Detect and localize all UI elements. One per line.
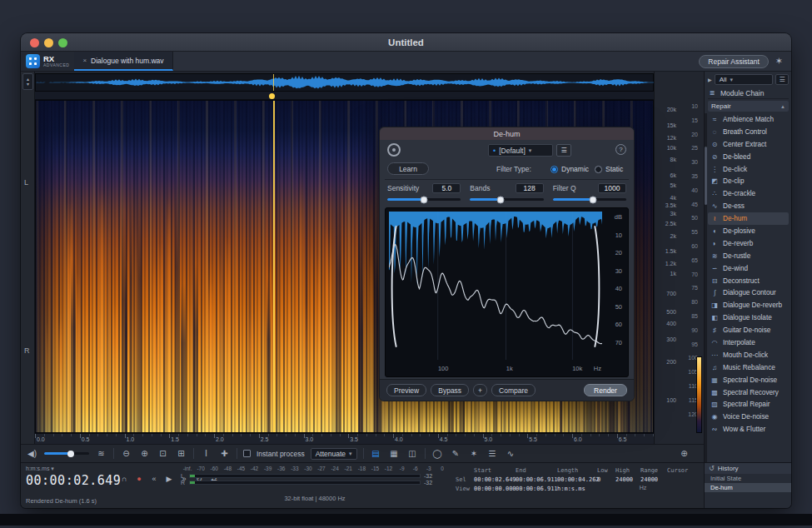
learn-button[interactable]: Learn: [387, 162, 429, 175]
wave-tool-icon[interactable]: ∿: [505, 450, 517, 458]
brush-tool-icon[interactable]: ✎: [450, 450, 462, 458]
module-item-de-plosive[interactable]: ◖De-plosive: [708, 225, 789, 237]
monitor-output-icon[interactable]: ∩: [119, 475, 129, 483]
magic-wand-tool-icon[interactable]: ✶: [468, 450, 481, 458]
history-icon[interactable]: ↺: [709, 465, 715, 472]
module-item-spectral-de-noise[interactable]: ▦Spectral De-noise: [708, 374, 789, 386]
play-button[interactable]: ▶: [164, 475, 174, 483]
module-item-interpolate[interactable]: ◠Interpolate: [708, 336, 789, 349]
module-item-center-extract[interactable]: ⊙Center Extract: [708, 138, 789, 151]
playhead-marker[interactable]: [269, 93, 275, 99]
module-item-guitar-de-noise[interactable]: ♯Guitar De-noise: [708, 324, 789, 336]
close-tab-icon[interactable]: ×: [82, 57, 87, 64]
skip-back-button[interactable]: «: [149, 475, 159, 483]
radio-dynamic-icon[interactable]: [550, 166, 558, 173]
view-combined-icon[interactable]: ▤: [370, 450, 382, 458]
spectrogram-color-legend[interactable]: [696, 356, 702, 433]
preset-menu-button[interactable]: ☰: [556, 144, 571, 157]
lasso-tool-icon[interactable]: ◯: [431, 450, 444, 458]
module-item-de-hum[interactable]: ≀De-hum: [708, 212, 789, 225]
repair-section-header[interactable]: Repair ▲: [708, 101, 789, 112]
module-item-de-click[interactable]: ⋮De-click: [708, 163, 789, 176]
module-list-scrollbar[interactable]: [705, 113, 707, 462]
instant-process-checkbox[interactable]: [243, 450, 251, 457]
move-tool-icon[interactable]: ✚: [218, 450, 231, 458]
dehum-dialog-title[interactable]: De-hum: [380, 127, 634, 140]
volume-slider[interactable]: [44, 452, 89, 455]
minimize-window-button[interactable]: [44, 38, 53, 47]
zoom-fit-icon[interactable]: ⊞: [175, 450, 187, 458]
module-item-deconstruct[interactable]: ⊟Deconstruct: [708, 275, 789, 287]
dehum-graph-panel[interactable]: dB10203040506070 1001k10kHz: [385, 207, 629, 377]
module-item-mouth-de-click[interactable]: ⋯Mouth De-click: [708, 349, 789, 361]
slider-knob[interactable]: [590, 196, 597, 203]
view-spectrogram-icon[interactable]: ▦: [388, 450, 401, 458]
sel-start-value[interactable]: 00:00:02.649: [474, 476, 516, 483]
record-button[interactable]: ●: [134, 475, 144, 483]
add-preview-button[interactable]: +: [473, 384, 487, 396]
find-similar-icon[interactable]: ⊕: [678, 450, 690, 458]
chevron-down-icon[interactable]: ▾: [27, 82, 29, 87]
monitor-icon[interactable]: ≋: [95, 450, 107, 458]
view-start-value[interactable]: 00:00:00.000: [474, 486, 516, 492]
list-tool-icon[interactable]: ☰: [486, 450, 499, 458]
file-tab[interactable]: × Dialogue with hum.wav: [74, 52, 172, 71]
param-slider[interactable]: [470, 198, 543, 201]
frequency-ruler[interactable]: 20k15k12k10k8k6k5k4k3.5k3k2.5k2k1.5k1.2k…: [654, 72, 704, 444]
playhead[interactable]: [273, 101, 275, 432]
freq-range-value[interactable]: 24000: [640, 476, 667, 483]
module-item-breath-control[interactable]: ◌Breath Control: [708, 126, 789, 138]
close-window-button[interactable]: [30, 38, 39, 47]
module-item-de-bleed[interactable]: ⊘De-bleed: [708, 151, 789, 163]
time-unit-selector[interactable]: h:m:s.ms: [26, 466, 49, 471]
view-unit-value[interactable]: h:m:s.ms: [557, 486, 599, 492]
param-value-box[interactable]: 128: [516, 183, 544, 193]
history-item[interactable]: De-hum: [705, 483, 791, 492]
history-item[interactable]: Initial State: [705, 474, 791, 483]
param-value-box[interactable]: 1000: [598, 183, 626, 193]
freq-high-value[interactable]: 24000: [615, 476, 640, 483]
view-end-value[interactable]: 00:00:06.911: [516, 486, 557, 492]
panel-collapse-icon[interactable]: ▶: [708, 77, 712, 82]
module-item-de-crackle[interactable]: ∴De-crackle: [708, 187, 789, 200]
filter-type-static[interactable]: Static: [595, 165, 623, 173]
freq-low-value[interactable]: 0: [597, 476, 615, 483]
module-item-de-clip[interactable]: ◩De-clip: [708, 175, 789, 187]
slider-knob[interactable]: [497, 196, 505, 203]
module-item-dialogue-isolate[interactable]: ◧Dialogue Isolate: [708, 311, 789, 324]
module-item-dialogue-contour[interactable]: ∫Dialogue Contour: [708, 286, 789, 299]
slider-knob[interactable]: [421, 196, 428, 203]
vertical-zoom-control[interactable]: ▴ ▾: [22, 73, 33, 90]
time-select-tool-icon[interactable]: Ⅰ: [200, 450, 212, 458]
module-chain-item[interactable]: ≣ Module Chain: [708, 87, 789, 99]
repair-assistant-icon[interactable]: ✶: [775, 56, 783, 67]
zoom-out-icon[interactable]: ⊖: [120, 450, 132, 458]
module-item-dialogue-de-reverb[interactable]: ◨Dialogue De-reverb: [708, 299, 789, 311]
repair-assistant-button[interactable]: Repair Assistant: [699, 55, 768, 68]
process-mode-dropdown[interactable]: Attenuate ▾: [311, 448, 357, 460]
bypass-button[interactable]: Bypass: [431, 384, 469, 396]
preset-dropdown[interactable]: • [Default] ▾: [488, 144, 553, 157]
time-ruler[interactable]: 0.00.51.01.52.02.53.03.54.04.55.05.56.06…: [35, 433, 654, 444]
param-value-box[interactable]: 5.0: [432, 183, 461, 193]
module-filter-dropdown[interactable]: All ▾: [715, 74, 773, 85]
module-item-spectral-recovery[interactable]: ▩Spectral Recovery: [708, 386, 789, 399]
view-waveform-icon[interactable]: ◫: [406, 450, 419, 458]
preview-button[interactable]: Preview: [386, 384, 426, 396]
help-button[interactable]: ?: [615, 144, 626, 155]
radio-static-icon[interactable]: [595, 166, 602, 173]
waveform-overview[interactable]: [35, 73, 654, 92]
sel-length-value[interactable]: 00:00:04.262: [557, 476, 599, 483]
marker-ruler[interactable]: [35, 92, 654, 100]
zoom-window-button[interactable]: [58, 38, 67, 47]
module-item-de-rustle[interactable]: ≋De-rustle: [708, 250, 789, 262]
zoom-selection-icon[interactable]: ⊡: [157, 450, 169, 458]
time-readout[interactable]: h:m:s.ms ▾ 00:00:02.649: [26, 466, 121, 488]
filter-type-dynamic[interactable]: Dynamic: [550, 165, 589, 173]
zoom-in-icon[interactable]: ⊕: [138, 450, 151, 458]
param-slider[interactable]: [387, 198, 461, 201]
module-item-de-reverb[interactable]: ◗De-reverb: [708, 237, 789, 250]
module-item-wow-flutter[interactable]: ∾Wow & Flutter: [708, 423, 789, 436]
module-item-ambience-match[interactable]: ≈Ambience Match: [708, 113, 789, 126]
render-button[interactable]: Render: [584, 384, 627, 396]
